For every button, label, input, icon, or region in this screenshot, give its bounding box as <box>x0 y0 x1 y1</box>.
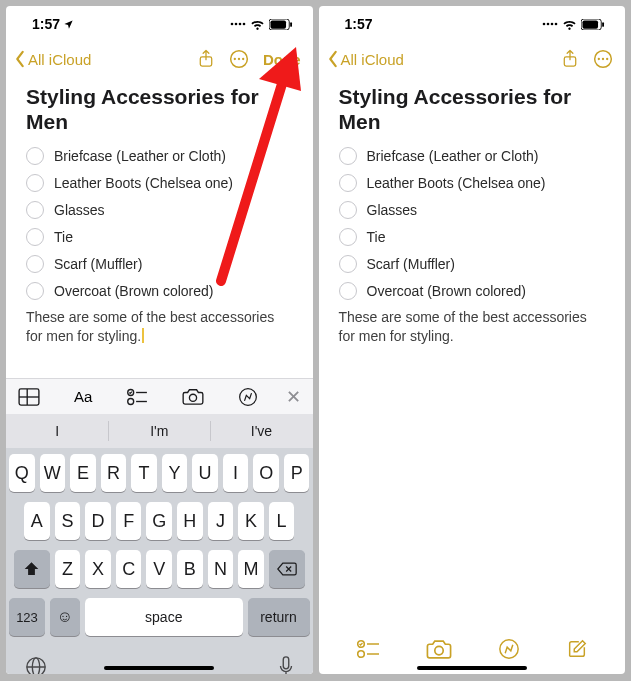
share-icon[interactable] <box>197 49 215 69</box>
checkbox-icon[interactable] <box>339 174 357 192</box>
battery-icon <box>581 19 605 30</box>
table-icon[interactable] <box>18 388 40 406</box>
list-item[interactable]: Glasses <box>26 196 293 223</box>
compose-icon[interactable] <box>566 638 588 660</box>
note-body[interactable]: Styling Accessories for Men Briefcase (L… <box>319 76 626 346</box>
list-item[interactable]: Leather Boots (Chelsea one) <box>26 169 293 196</box>
key-delete[interactable] <box>269 550 305 588</box>
checklist-toggle-icon[interactable] <box>356 639 380 659</box>
key-emoji[interactable]: ☺ <box>50 598 80 636</box>
key-s[interactable]: S <box>55 502 81 540</box>
list-item[interactable]: Scarf (Muffler) <box>26 250 293 277</box>
checkbox-icon[interactable] <box>26 201 44 219</box>
svg-point-17 <box>128 398 134 404</box>
key-t[interactable]: T <box>131 454 157 492</box>
key-w[interactable]: W <box>40 454 66 492</box>
checkbox-icon[interactable] <box>26 228 44 246</box>
markup-icon[interactable] <box>498 638 520 660</box>
checkbox-icon[interactable] <box>26 255 44 273</box>
note-body[interactable]: Styling Accessories for Men Briefcase (L… <box>6 76 313 346</box>
svg-point-43 <box>434 646 442 654</box>
list-item-label: Glasses <box>54 202 105 218</box>
checkbox-icon[interactable] <box>339 282 357 300</box>
key-i[interactable]: I <box>223 454 249 492</box>
close-icon[interactable]: ✕ <box>286 386 301 408</box>
key-space[interactable]: space <box>85 598 243 636</box>
camera-icon[interactable] <box>426 639 452 659</box>
key-y[interactable]: Y <box>162 454 188 492</box>
key-q[interactable]: Q <box>9 454 35 492</box>
phone-editing: 1:57 All iCloud <box>6 6 313 674</box>
key-n[interactable]: N <box>208 550 234 588</box>
checkbox-icon[interactable] <box>26 147 44 165</box>
key-x[interactable]: X <box>85 550 111 588</box>
share-icon[interactable] <box>561 49 579 69</box>
key-return[interactable]: return <box>248 598 310 636</box>
checkbox-icon[interactable] <box>26 174 44 192</box>
key-f[interactable]: F <box>116 502 142 540</box>
note-title[interactable]: Styling Accessories for Men <box>26 84 293 134</box>
checkbox-icon[interactable] <box>339 201 357 219</box>
list-item[interactable]: Overcoat (Brown colored) <box>339 277 606 304</box>
svg-point-29 <box>551 23 554 26</box>
more-icon[interactable] <box>229 49 249 69</box>
wifi-icon <box>250 19 265 30</box>
markup-icon[interactable] <box>238 387 258 407</box>
back-button[interactable]: All iCloud <box>14 50 91 68</box>
list-item-label: Tie <box>54 229 73 245</box>
key-m[interactable]: M <box>238 550 264 588</box>
key-g[interactable]: G <box>146 502 172 540</box>
key-b[interactable]: B <box>177 550 203 588</box>
list-item[interactable]: Briefcase (Leather or Cloth) <box>26 142 293 169</box>
key-j[interactable]: J <box>208 502 234 540</box>
key-c[interactable]: C <box>116 550 142 588</box>
checklist-toggle-icon[interactable] <box>126 388 148 406</box>
key-e[interactable]: E <box>70 454 96 492</box>
key-a[interactable]: A <box>24 502 50 540</box>
globe-icon[interactable] <box>25 656 47 674</box>
list-item[interactable]: Tie <box>339 223 606 250</box>
key-p[interactable]: P <box>284 454 310 492</box>
prediction-2[interactable]: I've <box>210 414 312 448</box>
key-v[interactable]: V <box>146 550 172 588</box>
list-item[interactable]: Glasses <box>339 196 606 223</box>
status-bar: 1:57 <box>6 6 313 42</box>
back-label: All iCloud <box>28 51 91 68</box>
key-shift[interactable] <box>14 550 50 588</box>
key-123[interactable]: 123 <box>9 598 45 636</box>
back-button[interactable]: All iCloud <box>327 50 404 68</box>
list-item[interactable]: Briefcase (Leather or Cloth) <box>339 142 606 169</box>
note-paragraph[interactable]: These are some of the best accessories f… <box>339 308 606 346</box>
camera-icon[interactable] <box>182 388 204 405</box>
key-h[interactable]: H <box>177 502 203 540</box>
text-format-icon[interactable]: Aa <box>74 388 92 405</box>
more-icon[interactable] <box>593 49 613 69</box>
home-indicator[interactable] <box>417 666 527 670</box>
mic-icon[interactable] <box>278 656 294 674</box>
key-d[interactable]: D <box>85 502 111 540</box>
list-item[interactable]: Scarf (Muffler) <box>339 250 606 277</box>
prediction-1[interactable]: I'm <box>108 414 210 448</box>
checkbox-icon[interactable] <box>339 228 357 246</box>
key-k[interactable]: K <box>238 502 264 540</box>
svg-point-11 <box>242 58 244 60</box>
list-item[interactable]: Tie <box>26 223 293 250</box>
list-item[interactable]: Overcoat (Brown colored) <box>26 277 293 304</box>
list-item-label: Scarf (Muffler) <box>367 256 455 272</box>
list-item[interactable]: Leather Boots (Chelsea one) <box>339 169 606 196</box>
note-paragraph[interactable]: These are some of the best accessories f… <box>26 308 293 346</box>
home-indicator[interactable] <box>104 666 214 670</box>
svg-point-30 <box>555 23 558 26</box>
checkbox-icon[interactable] <box>26 282 44 300</box>
key-r[interactable]: R <box>101 454 127 492</box>
note-title[interactable]: Styling Accessories for Men <box>339 84 606 134</box>
done-button[interactable]: Done <box>263 51 301 68</box>
key-u[interactable]: U <box>192 454 218 492</box>
checkbox-icon[interactable] <box>339 147 357 165</box>
key-l[interactable]: L <box>269 502 295 540</box>
checkbox-icon[interactable] <box>339 255 357 273</box>
svg-point-3 <box>242 23 245 26</box>
key-o[interactable]: O <box>253 454 279 492</box>
key-z[interactable]: Z <box>55 550 81 588</box>
prediction-0[interactable]: I <box>6 414 108 448</box>
